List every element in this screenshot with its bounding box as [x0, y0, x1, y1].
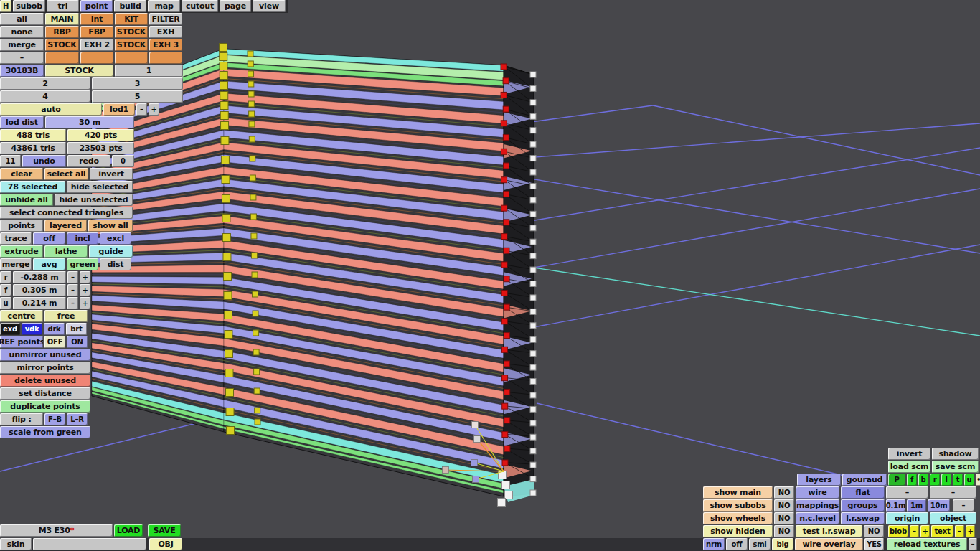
btn-wire-overlay[interactable]: wire overlay [795, 538, 863, 550]
btn-stock[interactable]: STOCK [45, 39, 79, 51]
btn-object[interactable]: object [930, 512, 976, 524]
btn-reload-textures[interactable]: reload textures [887, 538, 967, 550]
btn-l-r[interactable]: L–R [67, 413, 88, 425]
btn-merge[interactable]: merge [0, 39, 44, 51]
btn-redo[interactable]: redo [67, 155, 110, 167]
layer-dot-button[interactable]: • [976, 474, 980, 486]
empty-slot[interactable] [45, 52, 79, 64]
btn-load-scm[interactable]: load scm [888, 461, 930, 473]
obj-button[interactable]: OBJ [149, 538, 182, 550]
show-subobs-toggle[interactable]: NO [774, 499, 794, 512]
reload-minus-button[interactable]: – [969, 538, 977, 550]
btn-f-b[interactable]: F–B [44, 413, 65, 425]
btn-lod1[interactable]: lod1 [103, 103, 135, 116]
btn-auto[interactable]: auto [0, 103, 102, 116]
layer-u-button[interactable]: u [964, 474, 974, 486]
btn-points[interactable]: points [0, 220, 43, 232]
text-minus-button[interactable]: – [955, 525, 964, 537]
show-hidden-toggle[interactable]: NO [774, 525, 794, 537]
lod-plus-button[interactable]: + [149, 103, 159, 116]
btn-extrude[interactable]: extrude [0, 245, 43, 258]
btn-test-l-r-swap[interactable]: test l.r.swap [796, 525, 862, 537]
btn-off[interactable]: off [726, 538, 748, 550]
layer-P-button[interactable]: P [888, 474, 905, 486]
f-plus-button[interactable]: + [80, 284, 90, 296]
btn-show-wheels[interactable]: show wheels [703, 512, 773, 524]
btn-int[interactable]: int [80, 13, 113, 25]
tab-page[interactable]: page [220, 0, 251, 12]
save-button[interactable]: SAVE [148, 524, 181, 537]
btn-none[interactable]: none [0, 26, 44, 38]
tab-view[interactable]: view [253, 0, 286, 12]
lod-minus-button[interactable]: – [136, 103, 147, 116]
page-5-button[interactable]: 5 [92, 90, 183, 103]
btn-clear[interactable]: clear [0, 168, 43, 180]
btn-hide-unselected[interactable]: hide unselected [55, 194, 133, 206]
btn-show-subobs[interactable]: show subobs [703, 499, 773, 512]
btn-on[interactable]: ON [67, 336, 88, 348]
btn-select-connected-triangles[interactable]: select connected triangles [0, 207, 133, 219]
tab-tri[interactable]: tri [47, 0, 79, 12]
btn-blob[interactable]: blob [888, 525, 908, 537]
btn-show-all[interactable]: show all [88, 220, 133, 232]
btn-guide[interactable]: guide [89, 245, 133, 258]
btn-rbp[interactable]: RBP [45, 26, 79, 38]
btn-dist[interactable]: dist [100, 258, 131, 270]
btn-select-all[interactable]: select all [44, 168, 88, 180]
layer-f-button[interactable]: f [907, 474, 917, 486]
f-minus-button[interactable]: – [67, 284, 78, 296]
btn-groups[interactable]: groups [841, 499, 885, 512]
btn-main[interactable]: MAIN [45, 13, 79, 25]
btn-shadow[interactable]: shadow [932, 448, 979, 460]
btn-show-main[interactable]: show main [703, 486, 773, 499]
layer-r-button[interactable]: r [930, 474, 940, 486]
btn-invert[interactable]: invert [888, 448, 930, 460]
btn-ref-points[interactable]: REF points [0, 336, 43, 348]
btn-layered[interactable]: layered [44, 220, 87, 232]
btn-fbp[interactable]: FBP [80, 26, 113, 38]
blank-button[interactable]: – [930, 486, 976, 499]
btn-exd[interactable]: exd [0, 323, 20, 335]
btn-merge[interactable]: merge [0, 258, 32, 270]
btn-off[interactable]: OFF [44, 336, 65, 348]
u-minus-button[interactable]: – [67, 297, 78, 309]
btn-duplicate-points[interactable]: duplicate points [0, 400, 90, 413]
tab-cutout[interactable]: cutout [182, 0, 218, 12]
btn-gouraud[interactable]: gouraud [842, 474, 887, 486]
btn-off[interactable]: off [33, 232, 65, 245]
btn-centre[interactable]: centre [0, 310, 43, 322]
empty-slot[interactable] [115, 52, 148, 64]
tab-build[interactable]: build [114, 0, 146, 12]
r-plus-button[interactable]: + [80, 271, 90, 283]
page-3-button[interactable]: 3 [92, 77, 183, 90]
btn-scale-from-green[interactable]: scale from green [0, 426, 90, 438]
btn-drk[interactable]: drk [44, 323, 65, 335]
btn-sml[interactable]: sml [749, 538, 771, 550]
btn-1m[interactable]: 1m [907, 499, 926, 512]
page-2-button[interactable]: 2 [0, 77, 90, 90]
btn-green[interactable]: green [67, 258, 98, 270]
btn-filter[interactable]: FILTER [149, 13, 182, 25]
btn-unhide-all[interactable]: unhide all [0, 194, 53, 206]
grid-minus-button[interactable]: – [953, 499, 974, 512]
btn-undo[interactable]: undo [22, 155, 66, 167]
axis-u-label[interactable]: u [0, 297, 11, 309]
btn-big[interactable]: big [772, 538, 793, 550]
btn-origin[interactable]: origin [886, 512, 928, 524]
btn-set-distance[interactable]: set distance [0, 387, 90, 400]
tab-home[interactable]: H [0, 0, 11, 12]
minus-slot-button[interactable]: – [0, 52, 44, 64]
btn-delete-unused[interactable]: delete unused [0, 375, 90, 387]
btn-l-r-swap[interactable]: l.r.swap [841, 512, 885, 524]
test-lr-swap-toggle[interactable]: NO [864, 525, 884, 537]
show-wheels-toggle[interactable]: NO [774, 512, 794, 524]
blank-button[interactable]: – [886, 486, 928, 499]
btn-show-hidden[interactable]: show hidden [703, 525, 773, 537]
btn-invert[interactable]: invert [90, 168, 133, 180]
axis-r-label[interactable]: r [0, 271, 11, 283]
btn-lod-dist[interactable]: lod dist [0, 116, 44, 128]
axis-f-label[interactable]: f [0, 284, 11, 296]
btn-mirror-points[interactable]: mirror points [0, 362, 90, 374]
empty-slot[interactable] [80, 52, 113, 64]
btn-save-scm[interactable]: save scm [932, 461, 979, 473]
